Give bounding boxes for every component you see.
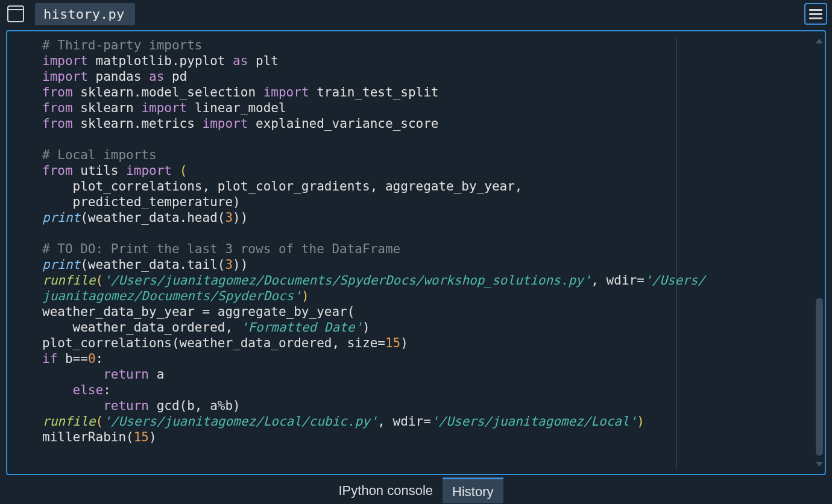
tab-ipython-console[interactable]: IPython console <box>329 478 443 502</box>
code-line: return a <box>42 367 813 382</box>
options-menu-button[interactable] <box>804 3 827 25</box>
code-area[interactable]: # Third-party imports import matplotlib.… <box>42 37 813 468</box>
code-line: runfile('/Users/juanitagomez/Local/cubic… <box>42 414 813 429</box>
code-line: import pandas as pd <box>42 69 813 84</box>
code-line: if b==0: <box>42 351 813 367</box>
code-comment: # Local imports <box>42 148 157 162</box>
top-tab-bar: history.py <box>0 0 832 28</box>
file-tab-history[interactable]: history.py <box>35 3 135 25</box>
code-line: from sklearn import linear_model <box>42 100 813 116</box>
app-root: history.py # Third-party imports import … <box>0 0 832 504</box>
code-line: weather_data_by_year = aggregate_by_year… <box>42 304 355 319</box>
code-line: plot_correlations, plot_color_gradients,… <box>42 179 523 194</box>
code-line: from utils import ( <box>42 163 813 178</box>
code-line: predicted_temperature) <box>42 195 241 209</box>
code-line: print(weather_data.tail(3)) <box>42 257 813 272</box>
code-line: juanitagomez/Documents/SpyderDocs') <box>42 288 813 304</box>
history-editor-pane: # Third-party imports import matplotlib.… <box>6 30 826 475</box>
scroll-down-icon[interactable] <box>816 462 823 467</box>
code-line: else: <box>42 382 813 398</box>
code-line: print(weather_data.head(3)) <box>42 210 813 225</box>
code-line: plot_correlations(weather_data_ordered, … <box>42 335 813 351</box>
browse-tabs-button[interactable] <box>7 5 24 22</box>
scrollbar-thumb[interactable] <box>816 298 823 456</box>
code-line: from sklearn.model_selection import trai… <box>42 84 813 100</box>
code-line: import matplotlib.pyplot as plt <box>42 53 813 69</box>
code-comment: # Third-party imports <box>42 38 203 52</box>
bottom-tab-bar: IPython console History <box>0 476 832 504</box>
tab-history[interactable]: History <box>443 477 503 503</box>
code-line: weather_data_ordered, 'Formatted Date') <box>42 320 813 335</box>
code-comment: # TO DO: Print the last 3 rows of the Da… <box>42 242 400 256</box>
code-line: millerRabin(15) <box>42 429 813 445</box>
vertical-scrollbar[interactable] <box>815 39 824 467</box>
code-line: from sklearn.metrics import explained_va… <box>42 116 813 131</box>
code-line: return gcd(b, a%b) <box>42 398 813 414</box>
scroll-up-icon[interactable] <box>816 39 823 43</box>
code-line: runfile('/Users/juanitagomez/Documents/S… <box>42 272 813 288</box>
